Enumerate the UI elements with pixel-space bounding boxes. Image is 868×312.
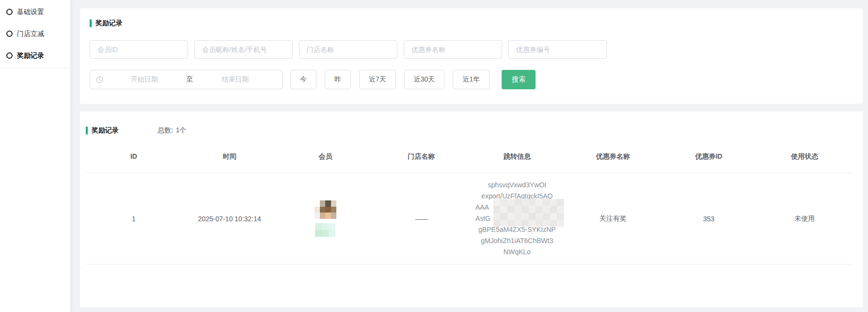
sidebar-item-1[interactable]: 门店立减 [0,23,70,45]
sidebar-item-label: 奖励记录 [17,51,44,60]
member-nickname-pixelated [315,223,335,237]
sidebar-menu: 基础设置门店立减奖励记录 [0,1,70,66]
coupon-code-input[interactable] [508,40,607,59]
table-header-row: ID时间会员门店名称跳转信息优惠券名称优惠券ID使用状态 [86,152,852,173]
page: 基础设置门店立减奖励记录 奖励记录 开始日期 至 结束日期 今 [0,0,868,312]
cell-coupon-id: 353 [661,215,757,223]
quick-date-button-3[interactable]: 近30天 [404,70,445,89]
column-header: 跳转信息 [469,152,565,161]
filter-title: 奖励记录 [95,19,123,28]
sidebar: 基础设置门店立减奖励记录 [0,0,71,312]
filter-card: 奖励记录 开始日期 至 结束日期 今昨近7天近30天近1年 搜索 [80,8,863,104]
member-avatar-pixelated [315,200,336,219]
main-content: 奖励记录 开始日期 至 结束日期 今昨近7天近30天近1年 搜索 [71,0,868,312]
cell-store-name: —— [373,215,469,223]
records-title: 奖励记录 [92,126,119,135]
filter-inputs-row [90,40,853,59]
cell-time: 2025-07-10 10:32:14 [182,215,278,223]
member-images [277,200,373,237]
column-header: 使用状态 [757,152,852,161]
sidebar-item-0[interactable]: 基础设置 [0,1,70,23]
jump-info-text: sphsvqVxwd3YwOIexport/UzFfAqtgckI5AQAAAA… [469,180,565,258]
cell-coupon-name: 关注有奖 [565,214,661,223]
sidebar-item-label: 门店立减 [17,30,44,38]
filter-title-row: 奖励记录 [90,19,853,28]
column-header: 优惠券名称 [565,152,661,161]
title-accent-bar [86,127,88,134]
table-body: 12025-07-10 10:32:14——sphsvqVxwd3YwOIexp… [86,173,852,264]
quick-date-buttons: 今昨近7天近30天近1年 [290,70,489,89]
member-nickname-input[interactable] [194,40,293,59]
quick-date-button-2[interactable]: 近7天 [359,70,396,89]
circle-icon [6,9,13,15]
coupon-name-input[interactable] [404,40,502,59]
sidebar-divider [0,68,70,68]
column-header: ID [86,152,182,161]
quick-date-button-0[interactable]: 今 [290,70,316,89]
jump-info-line: NWqKLo [469,246,565,258]
records-total-label: 总数: [158,126,174,135]
records-title-row: 奖励记录 总数: 1个 [86,126,852,135]
records-table: ID时间会员门店名称跳转信息优惠券名称优惠券ID使用状态 12025-07-10… [86,152,852,264]
jump-info-line: gMJohiZh1iAT6ChBWt3 [469,235,565,246]
clock-icon [96,76,103,83]
records-card: 奖励记录 总数: 1个 ID时间会员门店名称跳转信息优惠券名称优惠券ID使用状态… [80,112,863,307]
date-range-separator: 至 [186,75,194,84]
column-header: 优惠券ID [661,152,757,161]
cell-jump-info: sphsvqVxwd3YwOIexport/UzFfAqtgckI5AQAAAA… [469,180,565,258]
jump-info-line: sphsvqVxwd3YwOI [469,180,565,191]
column-header: 时间 [182,152,278,161]
table-row: 12025-07-10 10:32:14——sphsvqVxwd3YwOIexp… [86,173,852,264]
circle-icon [6,31,13,37]
records-total: 总数: 1个 [158,126,186,135]
member-id-input[interactable] [90,40,188,59]
sidebar-item-2[interactable]: 奖励记录 [0,45,70,66]
quick-date-button-4[interactable]: 近1年 [453,70,489,89]
search-button[interactable]: 搜索 [502,70,536,89]
sidebar-item-label: 基础设置 [17,8,44,16]
records-total-value: 1个 [176,126,187,135]
circle-icon [6,52,13,59]
quick-date-button-1[interactable]: 昨 [325,70,351,89]
column-header: 门店名称 [373,152,469,161]
cell-status: 未使用 [757,214,852,223]
filter-date-row: 开始日期 至 结束日期 今昨近7天近30天近1年 搜索 [90,70,853,89]
store-name-input[interactable] [299,40,397,59]
column-header: 会员 [278,152,374,161]
date-range-picker[interactable]: 开始日期 至 结束日期 [90,70,283,89]
end-date-placeholder[interactable]: 结束日期 [194,75,277,84]
start-date-placeholder[interactable]: 开始日期 [103,75,186,84]
cell-member [277,200,373,237]
cell-id: 1 [86,215,182,223]
title-accent-bar [90,19,92,27]
jump-info-blur-pixelated [493,199,564,227]
